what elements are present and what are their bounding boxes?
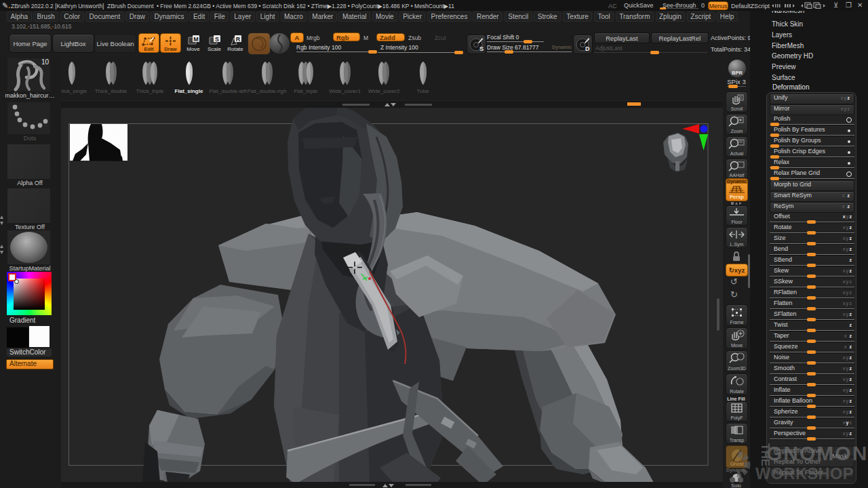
svg-text:M: M <box>193 36 199 43</box>
svg-text:D: D <box>585 45 590 52</box>
svg-text:GNOMON: GNOMON <box>766 442 868 464</box>
svg-text:R: R <box>236 36 241 43</box>
svg-text:WORKSHOP: WORKSHOP <box>755 465 854 483</box>
svg-text:S: S <box>215 36 219 43</box>
svg-text:S: S <box>479 45 484 52</box>
